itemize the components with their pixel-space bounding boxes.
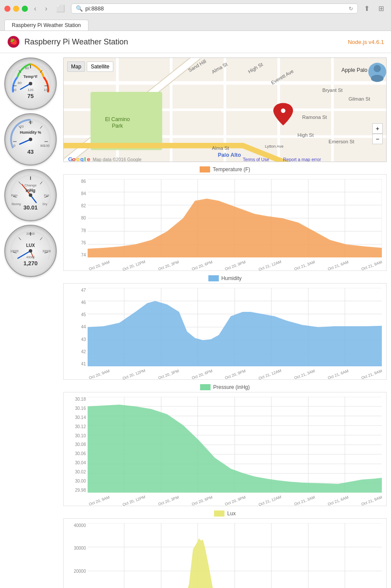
humidity-swatch <box>208 275 219 281</box>
svg-text:Lytton Ave: Lytton Ave <box>265 144 284 149</box>
search-icon: 🔍 <box>76 5 83 12</box>
humidity-y-axis: 47 46 45 44 43 42 41 <box>66 288 88 366</box>
lux-chart: 40000 30000 20000 10000 0 <box>63 518 387 588</box>
temperature-value: 75 <box>27 93 34 99</box>
pressure-chart-section: Pressure (inHg) 30.18 30.16 30.14 30.12 … <box>63 384 387 506</box>
pressure-value: 30.01 <box>24 204 38 211</box>
svg-text:o: o <box>76 156 80 162</box>
svg-point-8 <box>29 82 32 85</box>
svg-line-29 <box>19 182 21 184</box>
svg-text:Bryant St: Bryant St <box>322 88 343 93</box>
title-group: 🍓 Raspberry Pi Weather Station <box>7 35 128 48</box>
lux-gauge: LUX 10000 20000 30000 40000 1,270 <box>4 225 57 277</box>
svg-text:Humidity %: Humidity % <box>20 130 41 135</box>
svg-point-95 <box>371 75 384 82</box>
forward-button[interactable]: › <box>42 4 50 14</box>
zoom-out-button[interactable]: − <box>372 134 383 144</box>
share-button[interactable]: ⬆ <box>361 3 372 14</box>
svg-text:Stormy: Stormy <box>11 203 21 206</box>
svg-text:Ramona St: Ramona St <box>302 115 327 120</box>
traffic-lights <box>4 6 28 12</box>
humidity-x-axis: Oct 20, 9AM Oct 20, 12PM Oct 20, 3PM Oct… <box>88 372 382 377</box>
svg-text:120: 120 <box>27 88 34 92</box>
svg-text:Fair: Fair <box>44 194 50 197</box>
svg-point-83 <box>281 108 285 113</box>
svg-text:Map data ©2016 Google: Map data ©2016 Google <box>93 157 142 162</box>
humidity-value: 43 <box>27 149 34 155</box>
map-container: El Camino Park Alma St High St Everett A… <box>63 57 387 162</box>
svg-text:100: 100 <box>44 144 50 148</box>
svg-text:e: e <box>87 156 90 162</box>
svg-text:10000: 10000 <box>10 250 19 253</box>
pressure-x-axis: Oct 20, 9AM Oct 20, 12PM Oct 20, 3PM Oct… <box>88 499 382 503</box>
svg-text:40000: 40000 <box>26 256 35 259</box>
minimize-button[interactable] <box>13 6 19 12</box>
svg-text:inHg: inHg <box>26 188 35 193</box>
svg-line-30 <box>40 182 42 184</box>
zoom-in-button[interactable]: + <box>372 123 383 134</box>
svg-text:80: 80 <box>25 66 29 70</box>
svg-text:Gilman St: Gilman St <box>349 96 371 101</box>
address-bar[interactable]: 🔍 pi:8888 ↻ <box>71 3 358 14</box>
svg-text:20000: 20000 <box>26 232 35 235</box>
view-mode-button[interactable]: ⬜ <box>54 3 68 14</box>
svg-text:100: 100 <box>44 88 50 92</box>
svg-text:LUX: LUX <box>26 243 35 248</box>
svg-text:Alma St: Alma St <box>212 146 229 151</box>
svg-text:l: l <box>84 156 86 162</box>
browser-tab[interactable]: Raspberry Pi Weather Station <box>4 20 88 30</box>
right-panel: El Camino Park Alma St High St Everett A… <box>63 57 387 588</box>
temperature-y-axis: 86 84 82 80 78 76 74 <box>66 179 88 257</box>
node-version: Node.js v4.6.1 <box>348 39 384 45</box>
svg-point-21 <box>29 138 32 141</box>
back-button[interactable]: ‹ <box>31 4 39 14</box>
svg-text:Emerson St: Emerson St <box>329 139 355 144</box>
reload-icon[interactable]: ↻ <box>349 6 353 12</box>
humidity-chart: 47 46 45 44 43 42 41 <box>63 283 387 380</box>
pressure-legend: Pressure (inHg) <box>63 384 387 390</box>
svg-point-94 <box>374 65 381 72</box>
svg-text:Rain: Rain <box>11 194 18 197</box>
satellite-view-button[interactable]: Satellite <box>87 61 113 72</box>
temperature-chart: 86 84 82 80 78 76 74 <box>63 174 387 271</box>
map-view-button[interactable]: Map <box>67 61 85 72</box>
temperature-swatch <box>200 166 210 172</box>
svg-text:30000: 30000 <box>42 250 51 253</box>
svg-text:0: 0 <box>14 144 16 148</box>
pressure-y-axis: 30.18 30.16 30.14 30.12 30.10 30.08 30.0… <box>66 397 88 493</box>
lux-y-axis: 40000 30000 20000 10000 0 <box>66 523 88 588</box>
svg-text:o: o <box>72 156 76 162</box>
svg-text:Temp°F: Temp°F <box>24 74 38 79</box>
svg-text:Park: Park <box>112 123 123 129</box>
new-tab-button[interactable]: ⊞ <box>376 3 387 14</box>
temperature-legend: Temperature (F) <box>63 166 387 172</box>
svg-text:60: 60 <box>18 81 22 85</box>
app-title: Raspberry Pi Weather Station <box>24 37 128 47</box>
lux-legend: Lux <box>63 510 387 517</box>
svg-text:Terms of Use: Terms of Use <box>243 157 269 162</box>
svg-point-49 <box>29 249 32 253</box>
svg-text:Change: Change <box>24 183 37 187</box>
pressure-gauge: Change Rain Fair Stormy Dry inHg 30.01 <box>4 169 57 221</box>
pressure-chart: 30.18 30.16 30.14 30.12 30.10 30.08 30.0… <box>63 392 387 506</box>
lux-chart-section: Lux 40000 30000 20000 10000 0 <box>63 510 387 588</box>
svg-line-20 <box>20 139 31 144</box>
raspberry-pi-logo: 🍓 <box>7 35 20 48</box>
lux-value: 1,270 <box>24 260 38 267</box>
humidity-gauge: Humidity % 0 20 40 80 100 43 <box>4 113 57 166</box>
map-controls: Map Satellite <box>67 61 113 72</box>
svg-line-17 <box>40 126 42 128</box>
gauge-panel: Temp°F 40 80 100 60 120 75 <box>4 57 59 588</box>
fullscreen-button[interactable] <box>22 6 28 12</box>
close-button[interactable] <box>4 6 10 12</box>
url-text: pi:8888 <box>85 5 104 12</box>
main-content: Temp°F 40 80 100 60 120 75 <box>0 53 391 588</box>
svg-text:g: g <box>80 156 84 162</box>
svg-text:40: 40 <box>13 88 17 92</box>
svg-text:Dry: Dry <box>43 203 48 206</box>
svg-text:High St: High St <box>297 132 314 138</box>
temperature-x-axis: Oct 20, 9AM Oct 20, 12PM Oct 20, 3PM Oct… <box>88 264 382 268</box>
svg-line-44 <box>40 237 42 240</box>
svg-text:20: 20 <box>20 125 24 128</box>
map-zoom-controls: + − <box>372 123 383 144</box>
